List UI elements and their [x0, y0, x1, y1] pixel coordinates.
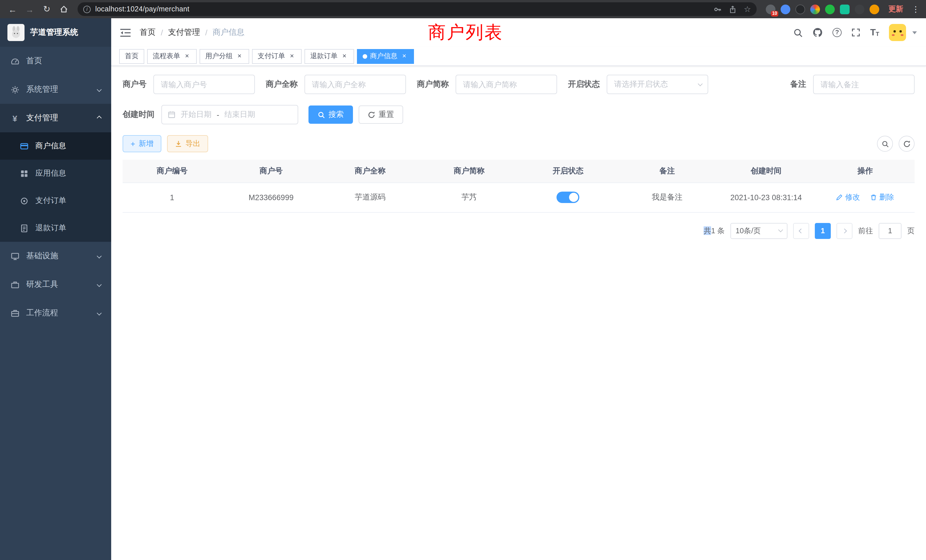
full-name-input[interactable]: [304, 75, 406, 94]
col-merchant-no: 商户号: [221, 160, 321, 183]
breadcrumb: 首页 / 支付管理 / 商户信息: [140, 27, 245, 38]
export-button[interactable]: 导出: [167, 135, 208, 152]
sidebar-item-home[interactable]: 首页: [0, 47, 111, 75]
extension-icon-1[interactable]: 10: [766, 4, 775, 14]
github-icon[interactable]: [813, 27, 823, 38]
sidebar: 芋道管理系统 首页 系统管理 ¥ 支付管理: [0, 18, 111, 560]
page-size-select[interactable]: 10条/页: [731, 223, 787, 239]
bookmark-star-icon[interactable]: ☆: [744, 5, 751, 14]
status-select[interactable]: 请选择开启状态: [607, 75, 708, 94]
short-name-input[interactable]: [455, 75, 557, 94]
search-icon[interactable]: [793, 28, 803, 37]
breadcrumb-separator: /: [161, 28, 163, 37]
tab-merchant-info[interactable]: 商户信息 ×: [357, 49, 414, 64]
close-icon[interactable]: ×: [183, 52, 191, 60]
chevron-down-icon: [698, 81, 703, 86]
browser-back-button[interactable]: ←: [6, 2, 20, 16]
fullscreen-icon[interactable]: [851, 28, 861, 37]
chevron-down-icon: [97, 282, 102, 287]
tab-home[interactable]: 首页: [119, 49, 144, 64]
sidebar-item-merchant-info[interactable]: 商户信息: [0, 132, 111, 160]
cell-merchant-no: M233666999: [221, 183, 321, 212]
status-toggle[interactable]: [557, 192, 580, 203]
sidebar-item-label: 支付订单: [35, 195, 66, 206]
browser-forward-button[interactable]: →: [23, 2, 36, 16]
grid-icon: [20, 169, 29, 178]
date-end-placeholder: 结束日期: [224, 109, 255, 120]
col-short-name: 商户简称: [420, 160, 519, 183]
font-size-icon[interactable]: TT: [870, 28, 879, 37]
refresh-table-button[interactable]: [899, 136, 915, 152]
user-avatar[interactable]: [889, 24, 906, 41]
sidebar-item-label: 应用信息: [35, 168, 66, 179]
site-info-icon[interactable]: i: [83, 5, 91, 13]
edit-button[interactable]: 修改: [836, 192, 860, 203]
sidebar-item-workflow[interactable]: 工作流程: [0, 299, 111, 327]
add-button[interactable]: + 新增: [123, 135, 161, 152]
full-name-label: 商户全称: [266, 79, 298, 89]
next-page-button[interactable]: [837, 223, 852, 239]
cell-create-time: 2021-10-23 08:31:14: [717, 183, 816, 212]
page-number-button[interactable]: 1: [815, 223, 831, 239]
sidebar-item-label: 首页: [26, 56, 42, 66]
avatar-caret-icon[interactable]: [912, 31, 917, 34]
goto-page-input[interactable]: [879, 223, 902, 239]
tab-user-group[interactable]: 用户分组 ×: [200, 49, 249, 64]
search-button[interactable]: 搜索: [309, 106, 353, 124]
delete-button[interactable]: 删除: [870, 192, 894, 203]
remark-label: 备注: [790, 79, 806, 89]
extension-icon-7[interactable]: [855, 4, 864, 14]
sidebar-item-infrastructure[interactable]: 基础设施: [0, 242, 111, 270]
sidebar-item-app-info[interactable]: 应用信息: [0, 160, 111, 187]
sidebar-item-system[interactable]: 系统管理: [0, 75, 111, 104]
extension-icon-6[interactable]: [840, 4, 850, 14]
sidebar-toggle-icon[interactable]: [120, 28, 130, 37]
reset-button[interactable]: 重置: [359, 106, 403, 124]
close-icon[interactable]: ×: [340, 52, 348, 60]
app-logo[interactable]: 芋道管理系统: [0, 18, 111, 47]
page-unit-label: 页: [907, 226, 915, 236]
logo-avatar: [8, 24, 24, 41]
address-bar[interactable]: i localhost:1024/pay/merchant ☆: [77, 2, 757, 16]
extension-icon-3[interactable]: [796, 4, 805, 14]
cell-remark: 我是备注: [617, 183, 716, 212]
browser-reload-button[interactable]: ↻: [40, 2, 54, 16]
download-icon: [175, 140, 182, 147]
tab-process-form[interactable]: 流程表单 ×: [147, 49, 197, 64]
sidebar-item-label: 商户信息: [35, 141, 66, 151]
close-icon[interactable]: ×: [236, 52, 244, 60]
create-time-range-picker[interactable]: 开始日期 - 结束日期: [161, 105, 298, 124]
password-key-icon[interactable]: [714, 5, 722, 14]
extension-icon-4[interactable]: [810, 4, 820, 14]
toggle-search-button[interactable]: [877, 136, 893, 152]
extension-icon-8[interactable]: [870, 4, 879, 14]
sidebar-item-payment[interactable]: ¥ 支付管理: [0, 104, 111, 132]
close-icon[interactable]: ×: [288, 52, 296, 60]
help-icon[interactable]: ?: [832, 28, 841, 37]
extension-icon-5[interactable]: [825, 4, 835, 14]
breadcrumb-separator: /: [205, 28, 207, 37]
prev-page-button[interactable]: [793, 223, 809, 239]
chevron-down-icon: [97, 311, 102, 316]
extension-icon-2[interactable]: [781, 4, 790, 14]
table-header-row: 商户编号 商户号 商户全称 商户简称 开启状态 备注 创建时间 操作: [123, 160, 915, 183]
merchant-no-input[interactable]: [153, 75, 255, 94]
remark-input[interactable]: [813, 75, 915, 94]
close-icon[interactable]: ×: [400, 52, 408, 60]
app-header: 首页 / 支付管理 / 商户信息 商户列表 ?: [111, 18, 926, 47]
cell-full-name: 芋道源码: [321, 183, 420, 212]
sidebar-item-pay-order[interactable]: 支付订单: [0, 187, 111, 215]
breadcrumb-payment[interactable]: 支付管理: [168, 27, 200, 38]
sidebar-item-dev-tools[interactable]: 研发工具: [0, 270, 111, 299]
chrome-update-button[interactable]: 更新: [888, 4, 903, 14]
share-icon[interactable]: [729, 5, 737, 14]
sidebar-item-refund-order[interactable]: 退款订单: [0, 215, 111, 242]
browser-menu-icon[interactable]: ⋮: [911, 5, 920, 14]
breadcrumb-home[interactable]: 首页: [140, 27, 156, 38]
tab-pay-order[interactable]: 支付订单 ×: [252, 49, 302, 64]
gear-icon: [10, 85, 20, 94]
browser-home-button[interactable]: [57, 2, 71, 16]
toolbox-icon: [10, 280, 20, 289]
tab-refund-order[interactable]: 退款订单 ×: [304, 49, 354, 64]
pagination: 共1 条 10条/页 1 前往 页: [123, 223, 915, 250]
